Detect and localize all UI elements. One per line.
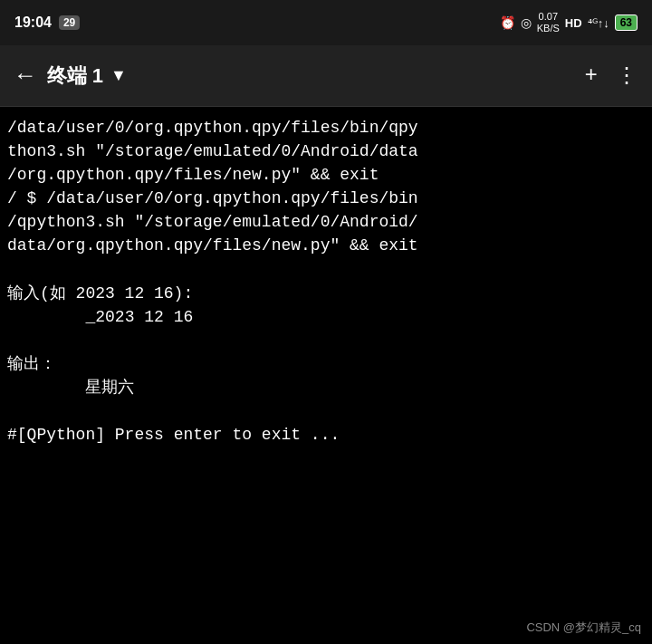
terminal-line: [7, 329, 645, 352]
status-bar: 19:04 29 ⏰ ◎ 0.07KB/S HD ⁴ᴳ↑↓ 63: [0, 0, 652, 45]
terminal-title-text: 终端 1: [47, 62, 103, 90]
watermark: CSDN @梦幻精灵_cq: [526, 620, 641, 637]
dropdown-button[interactable]: ▼: [110, 66, 127, 85]
status-hd: HD: [565, 16, 582, 30]
toolbar: ← 终端 1 ▼ + ⋮: [0, 45, 652, 107]
alarm-icon: ⏰: [500, 15, 515, 30]
status-signal: ⁴ᴳ↑↓: [588, 16, 609, 30]
status-notification-badge: 29: [59, 15, 80, 30]
more-options-button[interactable]: ⋮: [616, 62, 638, 89]
terminal-line: _2023 12 16: [7, 305, 645, 329]
back-button[interactable]: ←: [14, 59, 36, 93]
terminal-line: / $ /data/user/0/org.qpython.qpy/files/b…: [7, 187, 645, 210]
terminal-line: 星期六: [7, 376, 645, 399]
terminal-line: #[QPython] Press enter to exit ...: [7, 423, 645, 447]
terminal-line: [7, 399, 645, 423]
terminal-line: 输出：: [7, 352, 645, 376]
status-speed: 0.07KB/S: [537, 11, 560, 34]
terminal-line: 输入(如 2023 12 16):: [7, 282, 645, 305]
terminal-line: /qpython3.sh "/storage/emulated/0/Androi…: [7, 210, 645, 234]
terminal-line: data/org.qpython.qpy/files/new.py" && ex…: [7, 234, 645, 257]
status-time: 19:04: [14, 14, 52, 31]
toolbar-actions: + ⋮: [585, 62, 638, 89]
terminal-line: /org.qpython.qpy/files/new.py" && exit: [7, 163, 645, 187]
terminal-output: /data/user/0/org.qpython.qpy/files/bin/q…: [0, 107, 652, 644]
terminal-line: thon3.sh "/storage/emulated/0/Android/da…: [7, 139, 645, 163]
status-left: 19:04 29: [14, 14, 80, 31]
terminal-line: [7, 258, 645, 282]
status-right: ⏰ ◎ 0.07KB/S HD ⁴ᴳ↑↓ 63: [500, 11, 638, 34]
terminal-lines: /data/user/0/org.qpython.qpy/files/bin/q…: [7, 116, 645, 447]
battery-indicator: 63: [615, 14, 638, 31]
location-icon: ◎: [521, 15, 532, 30]
terminal-line: /data/user/0/org.qpython.qpy/files/bin/q…: [7, 116, 645, 139]
terminal-title: 终端 1 ▼: [47, 62, 574, 90]
add-terminal-button[interactable]: +: [585, 63, 598, 88]
